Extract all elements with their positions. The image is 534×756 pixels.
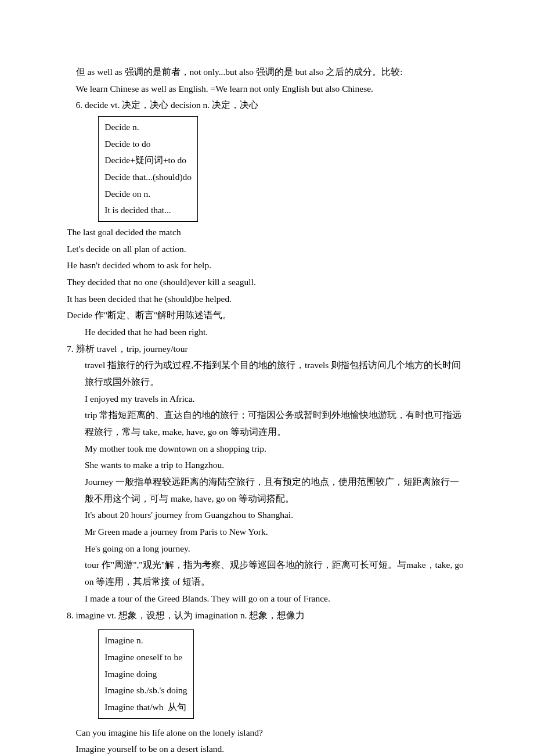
paragraph-text: He decided that he had been right.	[67, 324, 467, 341]
paragraph-text: It's about 20 hours' journey from Guangz…	[67, 507, 467, 524]
box-line: It is decided that...	[104, 202, 192, 219]
box-line: Decide that...(should)do	[104, 169, 192, 186]
heading-item-7: 7. 辨析 travel，trip, journey/tour	[67, 341, 467, 358]
paragraph-text: It has been decided that he (should)be h…	[67, 291, 467, 308]
paragraph-text: tour 作"周游","观光"解，指为考察、观步等巡回各地的旅行，距离可长可短。…	[67, 557, 467, 590]
paragraph-text: I made a tour of the Greed Blands. They …	[67, 591, 467, 607]
grammar-box-imagine: Imagine n. Imagine oneself to be Imagine…	[98, 629, 193, 718]
heading-item-8: 8. imagine vt. 想象，设想，认为 imagination n. 想…	[67, 607, 467, 624]
paragraph-text: travel 指旅行的行为或过程,不指到某个目的地的旅行，travels 则指包…	[67, 357, 467, 390]
paragraph-text: The last goal decided the match	[67, 224, 467, 241]
paragraph-text: trip 常指短距离的、直达自的地的旅行；可指因公务或暂时到外地愉快地游玩，有时…	[67, 407, 467, 440]
paragraph-text: She wants to make a trip to Hangzhou.	[67, 457, 467, 474]
paragraph-text: Can you imagine his life alone on the lo…	[67, 725, 467, 741]
paragraph-text: Imagine yourself to be on a desert islan…	[67, 741, 467, 756]
paragraph-text: We learn Chinese as well as English. =We…	[67, 81, 467, 98]
paragraph-text: He's going on a long journey.	[67, 541, 467, 557]
box-line: Imagine oneself to be	[104, 649, 187, 666]
box-line: Imagine doing	[104, 666, 187, 683]
paragraph-text: Journey 一般指单程较远距离的海陆空旅行，且有预定的地点，使用范围较广，短…	[67, 474, 467, 507]
box-line: Decide on n.	[104, 186, 192, 203]
paragraph-text: Decide 作"断定、断言"解时用陈述语气。	[67, 307, 467, 324]
box-line: Imagine sb./sb.'s doing	[104, 682, 187, 699]
paragraph-text: My mother took me downtown on a shopping…	[67, 441, 467, 458]
paragraph-text: Mr Green made a journey from Paris to Ne…	[67, 524, 467, 541]
grammar-box-decide: Decide n. Decide to do Decide+疑问词+to do …	[98, 116, 198, 222]
paragraph-text: He hasn't decided whom to ask for help.	[67, 257, 467, 274]
paragraph-text: They decided that no one (should)ever ki…	[67, 274, 467, 291]
box-line: Imagine n.	[104, 632, 187, 649]
heading-item-6: 6. decide vt. 决定，决心 decision n. 决定，决心	[67, 97, 467, 114]
paragraph-text: Let's decide on all plan of action.	[67, 241, 467, 258]
paragraph-text: I enjoyed my travels in Africa.	[67, 391, 467, 408]
box-line: Imagine that/wh 从句	[104, 699, 187, 716]
box-line: Decide n.	[104, 119, 192, 136]
document-page: 但 as well as 强调的是前者，not only...but also …	[0, 0, 534, 756]
box-line: Decide+疑问词+to do	[104, 152, 192, 169]
paragraph-text: 但 as well as 强调的是前者，not only...but also …	[67, 64, 467, 81]
box-line: Decide to do	[104, 136, 192, 153]
